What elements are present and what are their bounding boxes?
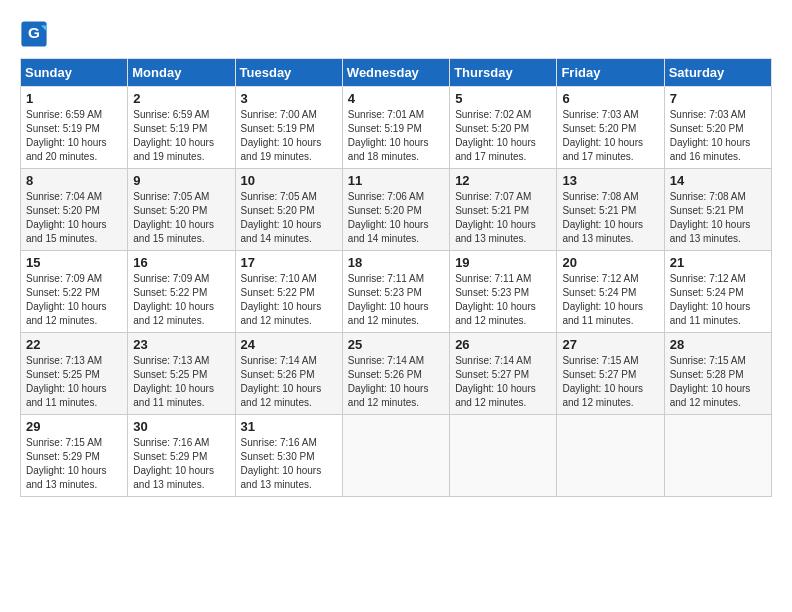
day-number: 1	[26, 91, 122, 106]
day-number: 17	[241, 255, 337, 270]
weekday-header-monday: Monday	[128, 59, 235, 87]
day-number: 6	[562, 91, 658, 106]
calendar-cell: 18 Sunrise: 7:11 AMSunset: 5:23 PMDaylig…	[342, 251, 449, 333]
calendar-cell: 19 Sunrise: 7:11 AMSunset: 5:23 PMDaylig…	[450, 251, 557, 333]
calendar-cell: 4 Sunrise: 7:01 AMSunset: 5:19 PMDayligh…	[342, 87, 449, 169]
day-info: Sunrise: 7:02 AMSunset: 5:20 PMDaylight:…	[455, 109, 536, 162]
calendar-cell: 14 Sunrise: 7:08 AMSunset: 5:21 PMDaylig…	[664, 169, 771, 251]
day-info: Sunrise: 7:09 AMSunset: 5:22 PMDaylight:…	[133, 273, 214, 326]
day-info: Sunrise: 7:15 AMSunset: 5:27 PMDaylight:…	[562, 355, 643, 408]
day-number: 19	[455, 255, 551, 270]
day-number: 14	[670, 173, 766, 188]
day-number: 28	[670, 337, 766, 352]
logo: G	[20, 20, 52, 48]
day-number: 24	[241, 337, 337, 352]
calendar-cell	[557, 415, 664, 497]
calendar-cell: 1 Sunrise: 6:59 AMSunset: 5:19 PMDayligh…	[21, 87, 128, 169]
day-number: 25	[348, 337, 444, 352]
day-info: Sunrise: 7:16 AMSunset: 5:29 PMDaylight:…	[133, 437, 214, 490]
day-number: 13	[562, 173, 658, 188]
calendar-cell: 10 Sunrise: 7:05 AMSunset: 5:20 PMDaylig…	[235, 169, 342, 251]
calendar-week-row: 1 Sunrise: 6:59 AMSunset: 5:19 PMDayligh…	[21, 87, 772, 169]
day-info: Sunrise: 7:14 AMSunset: 5:26 PMDaylight:…	[348, 355, 429, 408]
day-info: Sunrise: 7:00 AMSunset: 5:19 PMDaylight:…	[241, 109, 322, 162]
day-number: 7	[670, 91, 766, 106]
day-number: 11	[348, 173, 444, 188]
day-info: Sunrise: 7:05 AMSunset: 5:20 PMDaylight:…	[241, 191, 322, 244]
day-info: Sunrise: 7:06 AMSunset: 5:20 PMDaylight:…	[348, 191, 429, 244]
day-number: 18	[348, 255, 444, 270]
day-number: 29	[26, 419, 122, 434]
day-number: 26	[455, 337, 551, 352]
day-number: 2	[133, 91, 229, 106]
calendar-cell: 26 Sunrise: 7:14 AMSunset: 5:27 PMDaylig…	[450, 333, 557, 415]
day-info: Sunrise: 7:13 AMSunset: 5:25 PMDaylight:…	[133, 355, 214, 408]
day-number: 30	[133, 419, 229, 434]
day-info: Sunrise: 7:04 AMSunset: 5:20 PMDaylight:…	[26, 191, 107, 244]
calendar-cell: 31 Sunrise: 7:16 AMSunset: 5:30 PMDaylig…	[235, 415, 342, 497]
calendar-cell: 11 Sunrise: 7:06 AMSunset: 5:20 PMDaylig…	[342, 169, 449, 251]
calendar-cell: 2 Sunrise: 6:59 AMSunset: 5:19 PMDayligh…	[128, 87, 235, 169]
calendar-cell: 30 Sunrise: 7:16 AMSunset: 5:29 PMDaylig…	[128, 415, 235, 497]
day-number: 15	[26, 255, 122, 270]
weekday-header-wednesday: Wednesday	[342, 59, 449, 87]
calendar-week-row: 29 Sunrise: 7:15 AMSunset: 5:29 PMDaylig…	[21, 415, 772, 497]
weekday-header-tuesday: Tuesday	[235, 59, 342, 87]
day-info: Sunrise: 7:15 AMSunset: 5:28 PMDaylight:…	[670, 355, 751, 408]
day-info: Sunrise: 7:03 AMSunset: 5:20 PMDaylight:…	[670, 109, 751, 162]
calendar-cell: 24 Sunrise: 7:14 AMSunset: 5:26 PMDaylig…	[235, 333, 342, 415]
calendar-body: 1 Sunrise: 6:59 AMSunset: 5:19 PMDayligh…	[21, 87, 772, 497]
page-header: G	[20, 20, 772, 48]
day-number: 12	[455, 173, 551, 188]
day-info: Sunrise: 7:16 AMSunset: 5:30 PMDaylight:…	[241, 437, 322, 490]
day-number: 9	[133, 173, 229, 188]
weekday-header-row: SundayMondayTuesdayWednesdayThursdayFrid…	[21, 59, 772, 87]
calendar-cell: 15 Sunrise: 7:09 AMSunset: 5:22 PMDaylig…	[21, 251, 128, 333]
day-info: Sunrise: 7:08 AMSunset: 5:21 PMDaylight:…	[562, 191, 643, 244]
calendar-cell: 6 Sunrise: 7:03 AMSunset: 5:20 PMDayligh…	[557, 87, 664, 169]
calendar-week-row: 22 Sunrise: 7:13 AMSunset: 5:25 PMDaylig…	[21, 333, 772, 415]
day-info: Sunrise: 7:14 AMSunset: 5:26 PMDaylight:…	[241, 355, 322, 408]
day-info: Sunrise: 7:10 AMSunset: 5:22 PMDaylight:…	[241, 273, 322, 326]
day-number: 22	[26, 337, 122, 352]
calendar-cell: 20 Sunrise: 7:12 AMSunset: 5:24 PMDaylig…	[557, 251, 664, 333]
calendar-cell: 3 Sunrise: 7:00 AMSunset: 5:19 PMDayligh…	[235, 87, 342, 169]
calendar-cell: 13 Sunrise: 7:08 AMSunset: 5:21 PMDaylig…	[557, 169, 664, 251]
day-number: 31	[241, 419, 337, 434]
calendar-table: SundayMondayTuesdayWednesdayThursdayFrid…	[20, 58, 772, 497]
logo-icon: G	[20, 20, 48, 48]
calendar-cell: 12 Sunrise: 7:07 AMSunset: 5:21 PMDaylig…	[450, 169, 557, 251]
calendar-cell: 7 Sunrise: 7:03 AMSunset: 5:20 PMDayligh…	[664, 87, 771, 169]
day-info: Sunrise: 7:01 AMSunset: 5:19 PMDaylight:…	[348, 109, 429, 162]
day-info: Sunrise: 6:59 AMSunset: 5:19 PMDaylight:…	[26, 109, 107, 162]
calendar-cell: 9 Sunrise: 7:05 AMSunset: 5:20 PMDayligh…	[128, 169, 235, 251]
day-number: 16	[133, 255, 229, 270]
day-number: 27	[562, 337, 658, 352]
calendar-cell: 21 Sunrise: 7:12 AMSunset: 5:24 PMDaylig…	[664, 251, 771, 333]
day-number: 20	[562, 255, 658, 270]
day-info: Sunrise: 7:07 AMSunset: 5:21 PMDaylight:…	[455, 191, 536, 244]
day-number: 23	[133, 337, 229, 352]
calendar-cell: 5 Sunrise: 7:02 AMSunset: 5:20 PMDayligh…	[450, 87, 557, 169]
weekday-header-saturday: Saturday	[664, 59, 771, 87]
calendar-cell: 27 Sunrise: 7:15 AMSunset: 5:27 PMDaylig…	[557, 333, 664, 415]
day-info: Sunrise: 7:08 AMSunset: 5:21 PMDaylight:…	[670, 191, 751, 244]
calendar-cell: 8 Sunrise: 7:04 AMSunset: 5:20 PMDayligh…	[21, 169, 128, 251]
calendar-cell	[342, 415, 449, 497]
day-info: Sunrise: 7:11 AMSunset: 5:23 PMDaylight:…	[348, 273, 429, 326]
svg-text:G: G	[28, 24, 40, 41]
day-number: 3	[241, 91, 337, 106]
calendar-cell: 22 Sunrise: 7:13 AMSunset: 5:25 PMDaylig…	[21, 333, 128, 415]
day-info: Sunrise: 7:12 AMSunset: 5:24 PMDaylight:…	[670, 273, 751, 326]
calendar-cell: 28 Sunrise: 7:15 AMSunset: 5:28 PMDaylig…	[664, 333, 771, 415]
day-number: 8	[26, 173, 122, 188]
day-info: Sunrise: 7:09 AMSunset: 5:22 PMDaylight:…	[26, 273, 107, 326]
calendar-cell: 29 Sunrise: 7:15 AMSunset: 5:29 PMDaylig…	[21, 415, 128, 497]
day-info: Sunrise: 7:03 AMSunset: 5:20 PMDaylight:…	[562, 109, 643, 162]
day-info: Sunrise: 7:05 AMSunset: 5:20 PMDaylight:…	[133, 191, 214, 244]
day-info: Sunrise: 7:13 AMSunset: 5:25 PMDaylight:…	[26, 355, 107, 408]
calendar-cell: 16 Sunrise: 7:09 AMSunset: 5:22 PMDaylig…	[128, 251, 235, 333]
day-number: 21	[670, 255, 766, 270]
day-info: Sunrise: 7:14 AMSunset: 5:27 PMDaylight:…	[455, 355, 536, 408]
calendar-week-row: 8 Sunrise: 7:04 AMSunset: 5:20 PMDayligh…	[21, 169, 772, 251]
